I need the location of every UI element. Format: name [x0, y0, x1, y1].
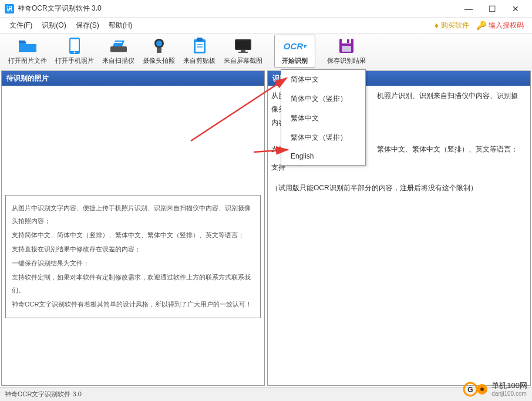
status-text: 神奇OCR文字识别软件 3.0 [5, 390, 82, 399]
svg-rect-20 [342, 46, 351, 52]
key-icon: 🔑 [476, 21, 486, 30]
content-area: 待识别的照片 从图片中识别文字内容、便捷上传手机照片识别、识别来自扫描仪中内容、… [0, 69, 532, 387]
svg-rect-9 [197, 38, 203, 41]
from-camera-button[interactable]: 摄像头拍照 [139, 35, 179, 68]
svg-rect-1 [70, 39, 79, 51]
license-label: 输入授权码 [489, 21, 524, 31]
open-image-label: 打开图片文件 [8, 56, 47, 65]
buy-software-link[interactable]: ♦ 购买软件 [431, 21, 473, 31]
svg-rect-7 [157, 48, 161, 53]
open-image-button[interactable]: 打开图片文件 [5, 35, 50, 68]
left-panel: 待识别的照片 从图片中识别文字内容、便捷上传手机照片识别、识别来自扫描仪中内容、… [1, 70, 265, 386]
watermark-url: danji100.com [491, 390, 527, 397]
watermark-name: 单机100网 [491, 382, 527, 390]
dropdown-item-traditional-vertical[interactable]: 繁体中文（竖排） [281, 128, 365, 147]
open-phone-button[interactable]: 打开手机照片 [52, 35, 97, 68]
app-title: 神奇OCR文字识别软件 3.0 [18, 4, 457, 14]
watermark-text: 单机100网 danji100.com [491, 382, 527, 396]
toolbar: 打开图片文件 打开手机照片 来自扫描仪 摄像头拍照 来自剪贴板 来自屏幕截图 O… [0, 33, 532, 69]
scanner-icon [108, 37, 129, 55]
svg-text:G: G [468, 386, 473, 394]
start-recognize-button[interactable]: OCR▾ 开始识别 [274, 35, 315, 68]
left-panel-title: 待识别的照片 [2, 71, 264, 86]
ocr-icon: OCR▾ [284, 37, 306, 55]
svg-rect-14 [236, 41, 250, 49]
language-dropdown: 简体中文 简体中文（竖排） 繁体中文 繁体中文（竖排） English [281, 69, 366, 166]
enter-license-link[interactable]: 🔑 输入授权码 [473, 21, 527, 31]
svg-rect-3 [110, 46, 127, 52]
left-panel-body: 从图片中识别文字内容、便捷上传手机照片识别、识别来自扫描仪中内容、识别摄像头拍照… [2, 86, 264, 385]
window-controls: — ☐ ✕ [457, 0, 527, 18]
folder-icon [17, 37, 38, 55]
from-scanner-button[interactable]: 来自扫描仪 [99, 35, 138, 68]
sample-line: 从图片中识别文字内容、便捷上传手机照片识别、识别来自扫描仪中内容、识别摄像头拍照… [12, 201, 254, 227]
maximize-button[interactable]: ☐ [480, 0, 504, 18]
sample-line: 神奇OCR文字识别软件有着极其简单的设计风格，所以得到了广大用户的一致认可！ [12, 298, 254, 311]
titlebar: 识 神奇OCR文字识别软件 3.0 — ☐ ✕ [0, 0, 532, 18]
result-tail: 机照片识别、识别来自扫描仪中内容、识别摄 [377, 89, 527, 129]
dropdown-item-simplified[interactable]: 简体中文 [281, 70, 365, 89]
menu-file[interactable]: 文件(F) [5, 19, 37, 32]
phone-icon [64, 37, 85, 55]
sample-line: 支持直接在识别结果中修改存在误差的内容； [12, 242, 254, 255]
svg-rect-16 [238, 52, 248, 53]
start-recognize-label: 开始识别 [282, 56, 308, 65]
menu-save[interactable]: 保存(S) [71, 19, 104, 32]
buy-label: 购买软件 [441, 21, 469, 31]
ocr-text-icon: OCR [284, 41, 303, 51]
diamond-icon: ♦ [435, 21, 439, 30]
trial-note: （试用版只能OCR识别前半部分的内容，注册后将没有这个限制） [271, 181, 527, 195]
menubar: 文件(F) 识别(O) 保存(S) 帮助(H) ♦ 购买软件 🔑 输入授权码 [0, 18, 532, 33]
from-scanner-label: 来自扫描仪 [102, 56, 134, 65]
open-phone-label: 打开手机照片 [55, 56, 94, 65]
menu-recognize[interactable]: 识别(O) [37, 19, 70, 32]
svg-point-2 [74, 52, 76, 53]
menu-help[interactable]: 帮助(H) [104, 19, 137, 32]
sample-line: 支持软件定制，如果对本软件有定制修改需求，欢迎通过软件上方的联系方式联系我们。 [12, 271, 254, 296]
monitor-icon [233, 37, 254, 55]
watermark: G 单机100网 danji100.com [463, 381, 527, 397]
svg-point-6 [156, 41, 162, 46]
svg-rect-15 [241, 50, 245, 52]
sample-line: 支持简体中文、简体中文（竖排）、繁体中文、繁体中文（竖排）、英文等语言； [12, 228, 254, 241]
sample-text-block: 从图片中识别文字内容、便捷上传手机照片识别、识别来自扫描仪中内容、识别摄像头拍照… [5, 195, 261, 318]
sample-line: 一键保存识别结果为文件； [12, 257, 254, 269]
save-result-label: 保存识别结果 [327, 56, 366, 65]
camera-icon [149, 37, 170, 55]
app-icon: 识 [5, 4, 14, 14]
svg-rect-19 [347, 39, 349, 43]
from-screenshot-label: 来自屏幕截图 [224, 56, 262, 65]
from-clipboard-button[interactable]: 来自剪贴板 [180, 35, 219, 68]
from-screenshot-button[interactable]: 来自屏幕截图 [220, 35, 266, 68]
save-icon [336, 37, 357, 55]
dropdown-item-simplified-vertical[interactable]: 简体中文（竖排） [281, 89, 365, 109]
dropdown-item-english[interactable]: English [281, 147, 365, 165]
svg-rect-18 [342, 39, 351, 43]
svg-point-26 [480, 387, 484, 391]
close-button[interactable]: ✕ [504, 0, 527, 18]
from-clipboard-label: 来自剪贴板 [183, 56, 216, 65]
minimize-button[interactable]: — [457, 0, 480, 18]
clipboard-icon [189, 37, 210, 55]
result-tail: 繁体中文、繁体中文（竖排）、英文等语言； [377, 143, 527, 156]
svg-rect-4 [114, 42, 122, 43]
from-camera-label: 摄像头拍照 [143, 56, 175, 65]
statusbar: 神奇OCR文字识别软件 3.0 [0, 387, 532, 401]
dropdown-item-traditional[interactable]: 繁体中文 [281, 109, 365, 128]
watermark-logo-icon: G [463, 381, 489, 397]
save-result-button[interactable]: 保存识别结果 [324, 35, 369, 68]
